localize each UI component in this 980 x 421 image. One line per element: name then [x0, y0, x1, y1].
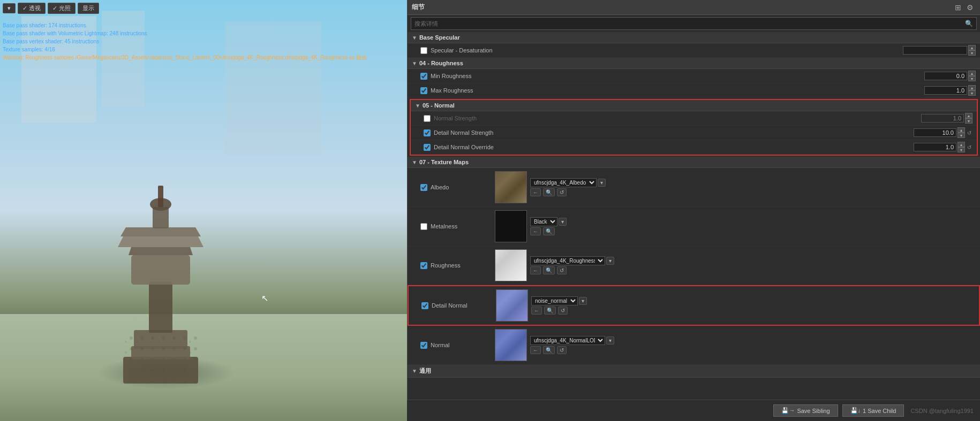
- normal-dropdown-btn[interactable]: ▾: [606, 336, 614, 345]
- normal-search-btn[interactable]: 🔍: [543, 346, 555, 354]
- detail-normal-override-input[interactable]: [914, 143, 956, 151]
- detail-normal-strength-label: Detail Normal Strength: [434, 129, 914, 136]
- max-roughness-input[interactable]: [924, 86, 967, 95]
- search-icon: 🔍: [965, 20, 973, 27]
- spinner-down[interactable]: ▼: [968, 50, 976, 56]
- panel-title: 细节: [412, 3, 425, 12]
- normal-strength-row: Normal Strength ▲ ▼: [411, 111, 977, 126]
- section-title-normal: 05 - Normal: [423, 102, 455, 109]
- detail-normal-override-checkbox[interactable]: [424, 144, 431, 151]
- grid-view-btn[interactable]: ⊞: [953, 2, 963, 13]
- metalness-back-btn[interactable]: ←: [530, 227, 541, 235]
- min-roughness-up[interactable]: ▲: [968, 71, 976, 76]
- metalness-search-btn[interactable]: 🔍: [543, 227, 555, 235]
- section-general-header[interactable]: ▼ 通用: [408, 365, 980, 378]
- roughness-texture-checkbox[interactable]: [420, 262, 427, 269]
- viewport: ↖ ▾ ✓ 透视 ✓ 光照 显示 Base pass shader: 174 i…: [0, 0, 407, 421]
- metalness-preview: [495, 210, 527, 242]
- section-title-roughness: 04 - Roughness: [419, 60, 463, 66]
- overlay-line-2: Base pass shader with Volumetric Lightma…: [3, 29, 367, 37]
- save-child-icon: 💾↓: [850, 407, 861, 414]
- panel-top-icons: ⊞ ⚙: [953, 2, 976, 13]
- albedo-texture-select[interactable]: ufnscjdga_4K_Albedo: [530, 178, 597, 187]
- normal-strength-down[interactable]: ▼: [965, 118, 973, 124]
- normal-texture-checkbox[interactable]: [420, 342, 427, 349]
- metalness-dropdown-btn[interactable]: ▾: [559, 218, 567, 226]
- specular-desaturation-label: Specular - Desaturation: [431, 47, 903, 53]
- roughness-reset-btn[interactable]: ↺: [557, 266, 567, 274]
- albedo-dropdown-btn[interactable]: ▾: [598, 179, 606, 187]
- specular-desaturation-checkbox[interactable]: [420, 47, 427, 54]
- max-roughness-down[interactable]: ▼: [968, 90, 976, 96]
- detail-normal-strength-reset[interactable]: ↺: [966, 130, 973, 136]
- section-normal-header[interactable]: ▼ 05 - Normal: [411, 100, 977, 111]
- save-sibling-btn[interactable]: 💾→ Save Sibling: [773, 404, 838, 417]
- detail-normal-strength-input[interactable]: [914, 128, 956, 137]
- normal-texture-select[interactable]: ufnscjdga_4K_NormalLOD0: [530, 336, 605, 345]
- detail-normal-override-spinner: ▲ ▼: [958, 142, 965, 152]
- normal-reset-btn[interactable]: ↺: [557, 346, 567, 354]
- spinner-up[interactable]: ▲: [968, 45, 976, 50]
- detail-normal-strength-down[interactable]: ▼: [958, 133, 965, 138]
- normal-strength-up[interactable]: ▲: [965, 113, 973, 118]
- specular-desaturation-row: Specular - Desaturation ▲ ▼: [408, 43, 980, 58]
- albedo-checkbox[interactable]: [420, 184, 427, 191]
- lighting-label: 光照: [59, 4, 71, 12]
- metalness-name-row: Black ▾: [530, 217, 567, 226]
- normal-strength-checkbox[interactable]: [424, 115, 431, 122]
- save-child-btn[interactable]: 💾↓ 1 Save Child: [842, 404, 904, 417]
- min-roughness-down[interactable]: ▼: [968, 76, 976, 81]
- detail-normal-texture-checkbox[interactable]: [421, 302, 428, 309]
- roughness-texture-select[interactable]: ufnscjdga_4K_Roughness: [530, 256, 605, 265]
- normal-strength-input[interactable]: [921, 114, 964, 123]
- roughness-texture-row: Roughness ufnscjdga_4K_Roughness ▾ ← 🔍 ↺: [408, 246, 980, 285]
- detail-normal-override-up[interactable]: ▲: [958, 142, 965, 147]
- svg-rect-3: [149, 282, 172, 333]
- detail-normal-strength-checkbox[interactable]: [424, 129, 431, 136]
- min-roughness-input[interactable]: [924, 72, 967, 80]
- detail-normal-override-down[interactable]: ▼: [958, 147, 965, 152]
- detail-normal-override-reset[interactable]: ↺: [966, 144, 973, 150]
- specular-desaturation-input[interactable]: [903, 46, 967, 55]
- section-texture-maps-header[interactable]: ▼ 07 - Texture Maps: [408, 157, 980, 168]
- detail-normal-action-row: ← 🔍 ↺: [531, 307, 587, 315]
- section-roughness-header[interactable]: ▼ 04 - Roughness: [408, 58, 980, 69]
- metalness-checkbox[interactable]: [420, 223, 427, 230]
- detail-normal-name-row: noise_normal ▾: [531, 296, 587, 305]
- max-roughness-value: ▲ ▼: [924, 85, 976, 96]
- roughness-dropdown-btn[interactable]: ▾: [606, 257, 614, 265]
- roughness-controls: ufnscjdga_4K_Roughness ▾ ← 🔍 ↺: [530, 256, 614, 274]
- svg-marker-7: [120, 227, 201, 236]
- viewport-mode-btn[interactable]: ▾: [3, 3, 16, 13]
- section-base-specular[interactable]: ▼ Base Specular: [408, 32, 980, 43]
- detail-normal-dropdown-btn[interactable]: ▾: [579, 297, 587, 305]
- albedo-back-btn[interactable]: ←: [530, 188, 541, 196]
- detail-normal-texture-select[interactable]: noise_normal: [531, 296, 578, 305]
- roughness-back-btn[interactable]: ←: [530, 266, 541, 274]
- search-bar[interactable]: 🔍: [411, 17, 977, 30]
- perspective-label: 透视: [29, 4, 41, 12]
- detail-normal-search-btn[interactable]: 🔍: [544, 307, 556, 315]
- detail-normal-strength-up[interactable]: ▲: [958, 127, 965, 133]
- search-input[interactable]: [414, 20, 963, 27]
- section-arrow-specular: ▼: [412, 35, 417, 41]
- normal-texture-row: Normal ufnscjdga_4K_NormalLOD0 ▾ ← 🔍 ↺: [408, 326, 980, 365]
- display-btn[interactable]: 显示: [78, 3, 99, 14]
- normal-back-btn[interactable]: ←: [530, 346, 541, 354]
- min-roughness-checkbox[interactable]: [420, 73, 427, 80]
- section-title-specular: Base Specular: [419, 34, 460, 41]
- min-roughness-label: Min Roughness: [431, 73, 924, 79]
- max-roughness-up[interactable]: ▲: [968, 85, 976, 90]
- albedo-reset-btn[interactable]: ↺: [557, 188, 567, 196]
- max-roughness-checkbox[interactable]: [420, 87, 427, 94]
- panel-settings-btn[interactable]: ⚙: [964, 2, 976, 13]
- detail-normal-reset-btn[interactable]: ↺: [558, 307, 568, 315]
- detail-normal-back-btn[interactable]: ←: [531, 307, 542, 315]
- perspective-btn[interactable]: ✓ 透视: [18, 3, 46, 14]
- metalness-texture-select[interactable]: Black: [530, 217, 557, 226]
- albedo-search-btn[interactable]: 🔍: [543, 188, 555, 196]
- min-roughness-value: ▲ ▼: [924, 71, 976, 81]
- metalness-row: Metalness Black ▾ ← 🔍: [408, 207, 980, 246]
- lighting-btn[interactable]: ✓ 光照: [48, 3, 76, 14]
- roughness-search-btn[interactable]: 🔍: [543, 266, 555, 274]
